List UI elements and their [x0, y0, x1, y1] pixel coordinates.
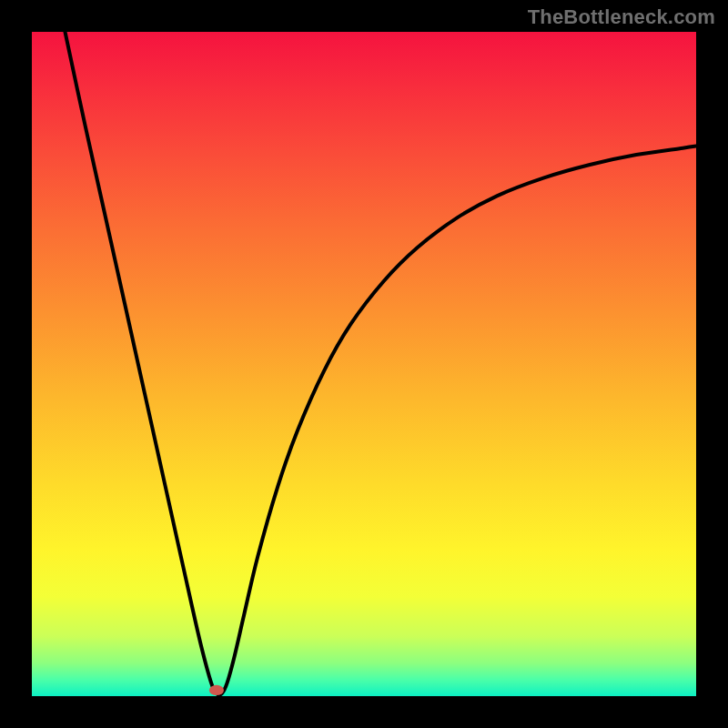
watermark-label: TheBottleneck.com — [528, 5, 715, 29]
optimum-marker-icon — [209, 685, 224, 695]
plot-area — [32, 32, 696, 696]
plot-svg — [32, 32, 696, 696]
bottleneck-curve — [66, 32, 697, 695]
chart-frame: TheBottleneck.com — [0, 0, 728, 728]
